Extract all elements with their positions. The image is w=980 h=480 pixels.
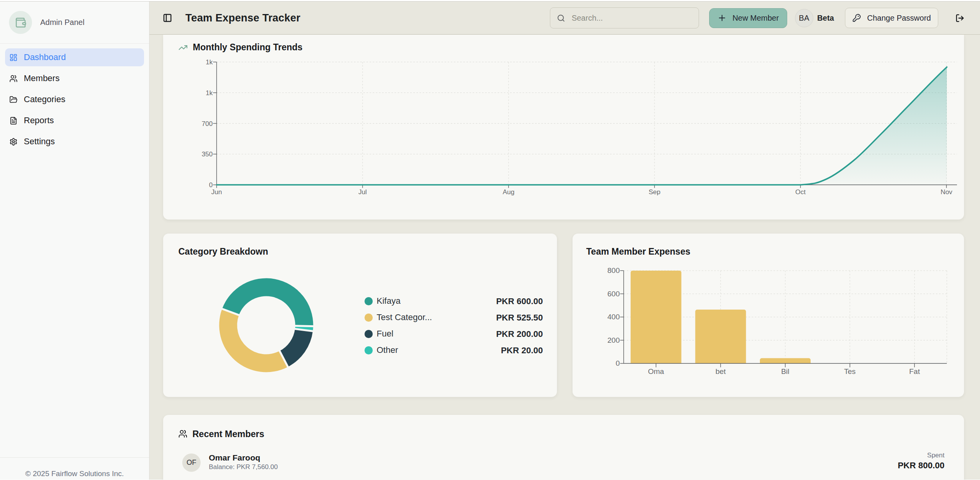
svg-text:Bil: Bil (781, 367, 789, 375)
svg-text:1k: 1k (206, 58, 213, 66)
svg-text:Jun: Jun (211, 188, 222, 196)
svg-text:0: 0 (209, 181, 213, 189)
svg-text:Sep: Sep (649, 188, 660, 196)
svg-text:800: 800 (607, 266, 620, 275)
svg-text:Monthly Spending Trends: Monthly Spending Trends (193, 42, 302, 52)
svg-text:400: 400 (607, 313, 620, 321)
svg-text:Oct: Oct (795, 188, 806, 196)
svg-text:Jul: Jul (358, 188, 367, 196)
svg-text:700: 700 (202, 120, 213, 128)
svg-text:600: 600 (607, 290, 620, 298)
svg-text:Tes: Tes (844, 367, 856, 375)
svg-text:bet: bet (715, 367, 726, 375)
svg-text:350: 350 (202, 151, 213, 158)
svg-text:0: 0 (615, 359, 620, 367)
svg-text:Nov: Nov (941, 188, 953, 196)
svg-text:Aug: Aug (503, 188, 514, 196)
svg-text:1k: 1k (206, 89, 213, 97)
svg-text:Oma: Oma (648, 367, 664, 375)
svg-text:200: 200 (607, 336, 620, 344)
svg-text:Fat: Fat (909, 367, 920, 375)
